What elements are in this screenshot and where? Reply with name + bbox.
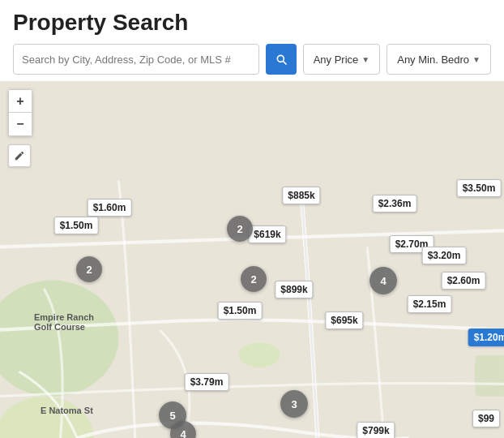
- price-marker[interactable]: $799k: [357, 422, 395, 438]
- price-marker[interactable]: $1.50m: [218, 302, 263, 320]
- app: Property Search Any Price ▼ Any Min. Bed…: [0, 0, 504, 438]
- zoom-out-button[interactable]: −: [9, 113, 32, 135]
- cluster-marker[interactable]: 4: [369, 267, 397, 294]
- price-marker[interactable]: $2.60m: [442, 272, 486, 290]
- page-title: Property Search: [13, 10, 491, 36]
- price-marker[interactable]: $2.36m: [373, 195, 417, 213]
- price-marker[interactable]: $3.20m: [422, 247, 467, 264]
- svg-point-3: [239, 342, 280, 367]
- map-zoom-controls: + −: [8, 89, 32, 136]
- price-marker[interactable]: $695k: [325, 311, 363, 329]
- svg-rect-2: [475, 355, 504, 397]
- cluster-marker[interactable]: 2: [241, 266, 267, 292]
- search-icon: [275, 53, 288, 66]
- price-marker[interactable]: $99: [472, 410, 500, 427]
- price-marker[interactable]: $1.60m: [88, 199, 132, 217]
- cluster-marker[interactable]: 2: [76, 256, 102, 282]
- price-filter-label: Any Price: [314, 54, 359, 66]
- price-marker[interactable]: $1.50m: [54, 217, 99, 234]
- search-input[interactable]: [22, 54, 250, 66]
- zoom-in-button[interactable]: +: [9, 90, 32, 113]
- bedrooms-filter-label: Any Min. Bedro: [397, 54, 469, 66]
- chevron-down-icon-2: ▼: [472, 55, 481, 64]
- price-marker[interactable]: $885k: [282, 187, 320, 204]
- price-filter-button[interactable]: Any Price ▼: [303, 44, 381, 75]
- search-button[interactable]: [266, 44, 297, 75]
- cluster-marker[interactable]: 3: [280, 390, 308, 418]
- price-marker[interactable]: $1.20m: [468, 328, 504, 346]
- price-marker[interactable]: $2.15m: [408, 295, 452, 313]
- cluster-marker[interactable]: 2: [227, 216, 253, 242]
- price-marker[interactable]: $899k: [275, 281, 313, 298]
- search-bar: Any Price ▼ Any Min. Bedro ▼: [13, 44, 491, 75]
- chevron-down-icon: ▼: [361, 55, 369, 64]
- price-marker[interactable]: $619k: [248, 225, 286, 243]
- bedrooms-filter-button[interactable]: Any Min. Bedro ▼: [387, 44, 491, 75]
- svg-point-1: [0, 397, 94, 438]
- header: Property Search Any Price ▼ Any Min. Bed…: [0, 0, 504, 81]
- search-input-wrap: [13, 44, 259, 75]
- price-marker[interactable]: $3.79m: [185, 373, 229, 391]
- price-marker[interactable]: $3.50m: [457, 179, 502, 197]
- draw-button[interactable]: [8, 144, 31, 167]
- map-area[interactable]: + − $1.60m$1.50m$885k$3.50m$2.36m$619k$2…: [0, 81, 504, 438]
- pencil-icon: [14, 150, 25, 161]
